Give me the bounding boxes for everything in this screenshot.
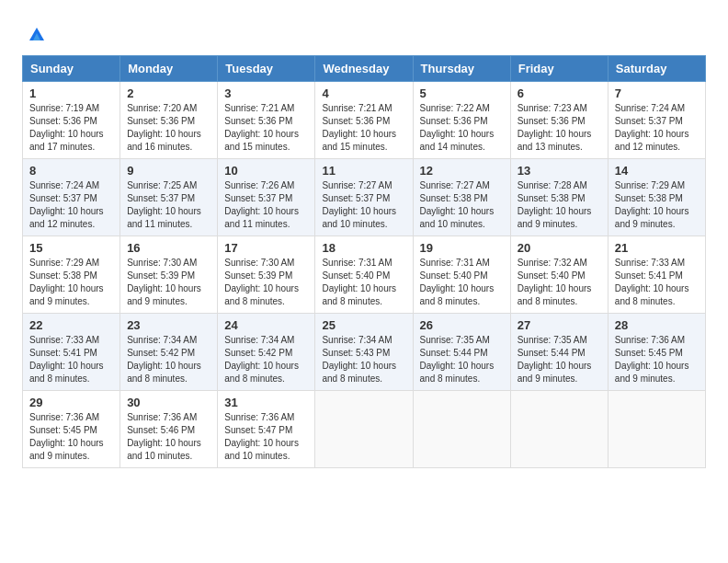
calendar-cell: 7Sunrise: 7:24 AM Sunset: 5:37 PM Daylig… <box>608 82 705 159</box>
day-number: 11 <box>322 164 405 178</box>
calendar-cell: 10Sunrise: 7:26 AM Sunset: 5:37 PM Dayli… <box>218 159 315 236</box>
calendar-cell: 26Sunrise: 7:35 AM Sunset: 5:44 PM Dayli… <box>413 314 510 391</box>
calendar-cell: 23Sunrise: 7:34 AM Sunset: 5:42 PM Dayli… <box>120 314 218 391</box>
day-number: 19 <box>420 241 504 255</box>
calendar-cell: 30Sunrise: 7:36 AM Sunset: 5:46 PM Dayli… <box>120 391 218 468</box>
calendar-cell: 18Sunrise: 7:31 AM Sunset: 5:40 PM Dayli… <box>315 236 413 314</box>
day-info: Sunrise: 7:33 AM Sunset: 5:41 PM Dayligh… <box>29 334 113 385</box>
day-info: Sunrise: 7:34 AM Sunset: 5:42 PM Dayligh… <box>224 334 308 385</box>
day-info: Sunrise: 7:35 AM Sunset: 5:44 PM Dayligh… <box>420 334 504 385</box>
calendar-cell <box>510 391 608 468</box>
calendar-cell: 21Sunrise: 7:33 AM Sunset: 5:41 PM Dayli… <box>608 236 705 314</box>
day-info: Sunrise: 7:27 AM Sunset: 5:38 PM Dayligh… <box>420 179 504 231</box>
calendar-day-header: Thursday <box>413 56 510 82</box>
day-number: 13 <box>518 164 601 178</box>
day-number: 2 <box>127 86 210 100</box>
logo <box>22 24 48 46</box>
calendar-cell: 1Sunrise: 7:19 AM Sunset: 5:36 PM Daylig… <box>23 82 120 159</box>
day-number: 23 <box>127 318 210 332</box>
calendar-cell: 13Sunrise: 7:28 AM Sunset: 5:38 PM Dayli… <box>510 159 608 236</box>
day-number: 18 <box>322 241 405 255</box>
header <box>22 18 706 46</box>
day-info: Sunrise: 7:24 AM Sunset: 5:37 PM Dayligh… <box>615 102 699 154</box>
calendar-day-header: Wednesday <box>315 56 413 82</box>
day-number: 22 <box>29 318 113 332</box>
day-number: 17 <box>224 241 308 255</box>
day-info: Sunrise: 7:19 AM Sunset: 5:36 PM Dayligh… <box>29 102 113 154</box>
calendar-header-row: SundayMondayTuesdayWednesdayThursdayFrid… <box>23 56 706 82</box>
day-info: Sunrise: 7:28 AM Sunset: 5:38 PM Dayligh… <box>518 179 601 231</box>
day-info: Sunrise: 7:36 AM Sunset: 5:46 PM Dayligh… <box>127 411 210 463</box>
calendar-cell: 16Sunrise: 7:30 AM Sunset: 5:39 PM Dayli… <box>120 236 218 314</box>
calendar-body: 1Sunrise: 7:19 AM Sunset: 5:36 PM Daylig… <box>23 82 706 468</box>
day-number: 5 <box>420 86 504 100</box>
day-number: 31 <box>224 396 308 409</box>
calendar-cell: 20Sunrise: 7:32 AM Sunset: 5:40 PM Dayli… <box>510 236 608 314</box>
calendar-cell: 4Sunrise: 7:21 AM Sunset: 5:36 PM Daylig… <box>315 82 413 159</box>
day-number: 28 <box>615 318 699 332</box>
calendar-cell: 2Sunrise: 7:20 AM Sunset: 5:36 PM Daylig… <box>120 82 218 159</box>
day-info: Sunrise: 7:24 AM Sunset: 5:37 PM Dayligh… <box>29 179 113 231</box>
day-number: 15 <box>29 241 113 255</box>
calendar-cell <box>315 391 413 468</box>
logo-icon <box>26 24 48 46</box>
calendar-week-row: 15Sunrise: 7:29 AM Sunset: 5:38 PM Dayli… <box>23 236 706 314</box>
day-info: Sunrise: 7:21 AM Sunset: 5:36 PM Dayligh… <box>224 102 308 154</box>
day-info: Sunrise: 7:29 AM Sunset: 5:38 PM Dayligh… <box>29 257 113 308</box>
calendar-cell: 17Sunrise: 7:30 AM Sunset: 5:39 PM Dayli… <box>218 236 315 314</box>
day-number: 12 <box>420 164 504 178</box>
day-info: Sunrise: 7:20 AM Sunset: 5:36 PM Dayligh… <box>127 102 210 154</box>
day-info: Sunrise: 7:36 AM Sunset: 5:45 PM Dayligh… <box>29 411 113 463</box>
day-number: 24 <box>224 318 308 332</box>
day-info: Sunrise: 7:34 AM Sunset: 5:42 PM Dayligh… <box>127 334 210 385</box>
day-number: 21 <box>615 241 699 255</box>
day-number: 3 <box>224 86 308 100</box>
calendar-day-header: Friday <box>510 56 608 82</box>
day-info: Sunrise: 7:25 AM Sunset: 5:37 PM Dayligh… <box>127 179 210 231</box>
calendar-cell <box>413 391 510 468</box>
day-info: Sunrise: 7:34 AM Sunset: 5:43 PM Dayligh… <box>322 334 405 385</box>
calendar-cell <box>608 391 705 468</box>
day-number: 20 <box>518 241 601 255</box>
day-info: Sunrise: 7:22 AM Sunset: 5:36 PM Dayligh… <box>420 102 504 154</box>
calendar-cell: 27Sunrise: 7:35 AM Sunset: 5:44 PM Dayli… <box>510 314 608 391</box>
calendar-day-header: Sunday <box>23 56 120 82</box>
calendar-week-row: 22Sunrise: 7:33 AM Sunset: 5:41 PM Dayli… <box>23 314 706 391</box>
calendar-cell: 15Sunrise: 7:29 AM Sunset: 5:38 PM Dayli… <box>23 236 120 314</box>
calendar-cell: 3Sunrise: 7:21 AM Sunset: 5:36 PM Daylig… <box>218 82 315 159</box>
calendar-cell: 8Sunrise: 7:24 AM Sunset: 5:37 PM Daylig… <box>23 159 120 236</box>
day-info: Sunrise: 7:29 AM Sunset: 5:38 PM Dayligh… <box>615 179 699 231</box>
day-info: Sunrise: 7:23 AM Sunset: 5:36 PM Dayligh… <box>518 102 601 154</box>
calendar-day-header: Monday <box>120 56 218 82</box>
day-info: Sunrise: 7:31 AM Sunset: 5:40 PM Dayligh… <box>420 257 504 308</box>
day-info: Sunrise: 7:30 AM Sunset: 5:39 PM Dayligh… <box>127 257 210 308</box>
day-number: 26 <box>420 318 504 332</box>
calendar-table: SundayMondayTuesdayWednesdayThursdayFrid… <box>22 55 706 468</box>
day-number: 4 <box>322 86 405 100</box>
calendar-day-header: Tuesday <box>218 56 315 82</box>
day-info: Sunrise: 7:36 AM Sunset: 5:47 PM Dayligh… <box>224 411 308 463</box>
day-info: Sunrise: 7:26 AM Sunset: 5:37 PM Dayligh… <box>224 179 308 231</box>
day-number: 8 <box>29 164 113 178</box>
calendar-week-row: 8Sunrise: 7:24 AM Sunset: 5:37 PM Daylig… <box>23 159 706 236</box>
calendar-cell: 11Sunrise: 7:27 AM Sunset: 5:37 PM Dayli… <box>315 159 413 236</box>
day-number: 27 <box>518 318 601 332</box>
day-info: Sunrise: 7:31 AM Sunset: 5:40 PM Dayligh… <box>322 257 405 308</box>
logo-text <box>22 24 48 46</box>
day-number: 1 <box>29 86 113 100</box>
day-number: 7 <box>615 86 699 100</box>
calendar-cell: 6Sunrise: 7:23 AM Sunset: 5:36 PM Daylig… <box>510 82 608 159</box>
day-number: 10 <box>224 164 308 178</box>
calendar-week-row: 29Sunrise: 7:36 AM Sunset: 5:45 PM Dayli… <box>23 391 706 468</box>
calendar-cell: 14Sunrise: 7:29 AM Sunset: 5:38 PM Dayli… <box>608 159 705 236</box>
day-number: 6 <box>518 86 601 100</box>
calendar-cell: 29Sunrise: 7:36 AM Sunset: 5:45 PM Dayli… <box>23 391 120 468</box>
day-info: Sunrise: 7:21 AM Sunset: 5:36 PM Dayligh… <box>322 102 405 154</box>
calendar-cell: 12Sunrise: 7:27 AM Sunset: 5:38 PM Dayli… <box>413 159 510 236</box>
day-info: Sunrise: 7:30 AM Sunset: 5:39 PM Dayligh… <box>224 257 308 308</box>
calendar-cell: 5Sunrise: 7:22 AM Sunset: 5:36 PM Daylig… <box>413 82 510 159</box>
calendar-day-header: Saturday <box>608 56 705 82</box>
day-info: Sunrise: 7:33 AM Sunset: 5:41 PM Dayligh… <box>615 257 699 308</box>
day-number: 9 <box>127 164 210 178</box>
day-number: 29 <box>29 396 113 409</box>
